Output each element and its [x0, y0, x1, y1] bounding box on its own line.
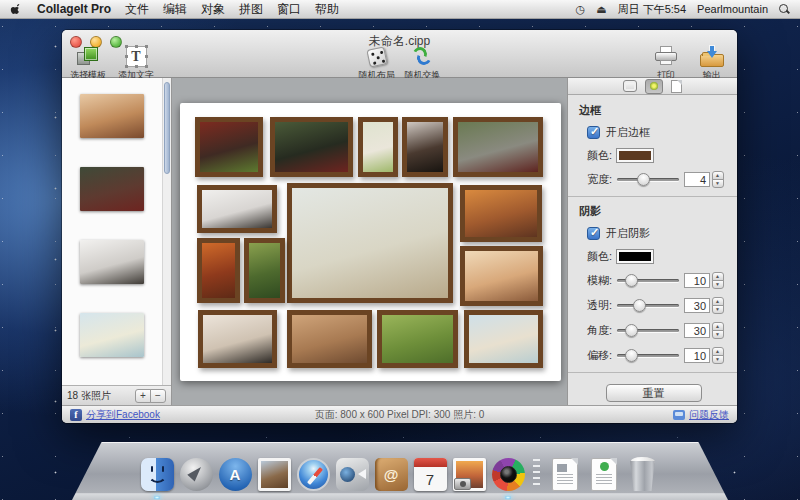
dock-item-app-store[interactable]: A [219, 458, 252, 491]
thumbnail-kissing-couple-bouquet[interactable] [80, 240, 144, 284]
menu-bar: CollageIt Pro 文件编辑对象拼图窗口帮助 ◷ ⏏ 周日 下午5:54… [0, 0, 800, 19]
shadow-param-knob[interactable] [633, 299, 646, 312]
collage-photo-bride-on-grass[interactable] [358, 117, 398, 177]
menu-user[interactable]: Pearlmountain [697, 3, 768, 15]
shadow-param-value[interactable]: 30 [684, 323, 710, 338]
step-down-button[interactable] [712, 355, 724, 364]
enable-shadow-label: 开启阴影 [606, 226, 650, 241]
dock-item-collageit[interactable] [492, 458, 525, 491]
dock-item-calendar[interactable]: 7 [414, 458, 447, 491]
feedback-link[interactable]: 问题反馈 [689, 408, 729, 422]
shadow-param-knob[interactable] [625, 349, 638, 362]
step-down-button[interactable] [712, 305, 724, 314]
safari-icon [297, 458, 330, 491]
border-color-swatch[interactable] [616, 148, 654, 163]
step-down-button[interactable] [712, 280, 724, 289]
dock-item-facetime[interactable] [336, 458, 369, 491]
shadow-param-slider[interactable] [617, 299, 679, 312]
inspector-panel: 边框 开启边框 颜色: 宽度: 4 [567, 78, 737, 405]
scrollbar-thumb[interactable] [164, 82, 170, 174]
menu-item-4[interactable]: 拼图 [239, 1, 263, 18]
add-photo-button[interactable]: + [135, 389, 151, 403]
shadow-param-label: 角度: [587, 323, 612, 338]
select-template-button[interactable]: 选择模板 [70, 45, 106, 82]
dock-item-contacts[interactable]: @ [375, 458, 408, 491]
collage-photo-dancing-couple-warm[interactable] [460, 185, 542, 242]
spotlight-search-icon[interactable] [779, 4, 790, 15]
thumbnail-beach-wedding[interactable] [80, 313, 144, 357]
share-facebook-link[interactable]: 分享到Facebook [86, 408, 160, 422]
export-button[interactable]: 输出 [695, 45, 729, 82]
collage-photo-couple-on-lawn[interactable] [244, 238, 285, 303]
menu-item-5[interactable]: 窗口 [277, 1, 301, 18]
reset-button[interactable]: 重置 [606, 384, 702, 402]
menu-item-2[interactable]: 编辑 [163, 1, 187, 18]
tab-page-icon[interactable] [671, 80, 682, 93]
dock-item-document-1[interactable] [549, 458, 582, 491]
menu-item-6[interactable]: 帮助 [315, 1, 339, 18]
border-width-value[interactable]: 4 [684, 172, 710, 187]
shadow-color-swatch[interactable] [616, 249, 654, 264]
border-width-knob[interactable] [637, 173, 650, 186]
apple-menu-icon[interactable] [10, 3, 23, 16]
canvas-area [172, 78, 567, 405]
enable-shadow-checkbox[interactable] [587, 227, 600, 240]
dock-item-document-2[interactable] [588, 458, 621, 491]
shadow-param-label: 偏移: [587, 348, 612, 363]
add-text-button[interactable]: T 添加文字 [118, 45, 154, 82]
collage-photo-couple-in-field-main[interactable] [287, 183, 453, 303]
sidebar-scrollbar[interactable] [162, 78, 171, 385]
collage-photo-embracing-couple[interactable] [287, 310, 372, 368]
collage-photo-walking-couple[interactable] [198, 310, 277, 368]
enable-border-checkbox[interactable] [587, 126, 600, 139]
dock-item-trash-full[interactable] [627, 458, 660, 491]
step-down-button[interactable] [712, 179, 724, 188]
collage-photo-smiling-couple[interactable] [460, 246, 543, 306]
menu-app-name[interactable]: CollageIt Pro [37, 2, 111, 16]
random-swap-button[interactable]: 随机交换 [405, 45, 441, 82]
remove-photo-button[interactable]: − [150, 389, 166, 403]
step-down-button[interactable] [712, 330, 724, 339]
collage-photo-kissing-couple[interactable] [197, 185, 277, 233]
dock-item-mail[interactable] [258, 458, 291, 491]
tab-effect-icon[interactable] [645, 79, 663, 94]
menu-clock[interactable]: 周日 下午5:54 [618, 2, 686, 17]
random-layout-button[interactable]: 随机布局 [359, 45, 395, 82]
shadow-param-slider[interactable] [617, 274, 679, 287]
collageit-icon [492, 458, 525, 491]
shadow-param-value[interactable]: 10 [684, 348, 710, 363]
collage-photo-bride-veil[interactable] [402, 117, 448, 177]
time-machine-icon[interactable]: ◷ [576, 3, 586, 16]
collage-photo-autumn-couple[interactable] [197, 238, 240, 303]
iphoto-icon [453, 458, 486, 491]
border-width-slider[interactable] [617, 173, 679, 186]
thumbnail-couple-in-car-dark[interactable] [80, 167, 144, 211]
title-bar[interactable]: 未命名.cipp 选择模板 T 添加文字 随机布局 [62, 30, 737, 78]
menu-item-3[interactable]: 对象 [201, 1, 225, 18]
collage-photo-couple-in-car[interactable] [453, 117, 543, 177]
dock-item-safari[interactable] [297, 458, 330, 491]
running-indicator [154, 496, 160, 499]
dock-item-finder[interactable] [141, 458, 174, 491]
collage-photo-beach-couple[interactable] [464, 310, 543, 368]
eject-icon[interactable]: ⏏ [596, 3, 606, 16]
tab-frame-icon[interactable] [623, 80, 637, 92]
dice-icon [366, 46, 387, 67]
dock-item-launchpad[interactable] [180, 458, 213, 491]
print-button[interactable]: 打印 [649, 45, 683, 82]
shadow-param-knob[interactable] [625, 324, 638, 337]
dock-item-iphoto[interactable] [453, 458, 486, 491]
shadow-param-stepper [712, 322, 724, 339]
collage-page[interactable] [180, 103, 561, 381]
shadow-param-slider[interactable] [617, 324, 679, 337]
collage-photo-groom-driving[interactable] [270, 117, 353, 177]
collage-photo-picnic-couple[interactable] [377, 310, 458, 368]
shadow-param-knob[interactable] [625, 274, 638, 287]
menu-item-1[interactable]: 文件 [125, 1, 149, 18]
collage-photo-couple-by-car-grass[interactable] [195, 117, 263, 177]
thumbnail-smiling-couple-warm[interactable] [80, 94, 144, 138]
shadow-param-value[interactable]: 10 [684, 273, 710, 288]
section-divider [568, 372, 737, 373]
shadow-param-value[interactable]: 30 [684, 298, 710, 313]
shadow-param-slider[interactable] [617, 349, 679, 362]
